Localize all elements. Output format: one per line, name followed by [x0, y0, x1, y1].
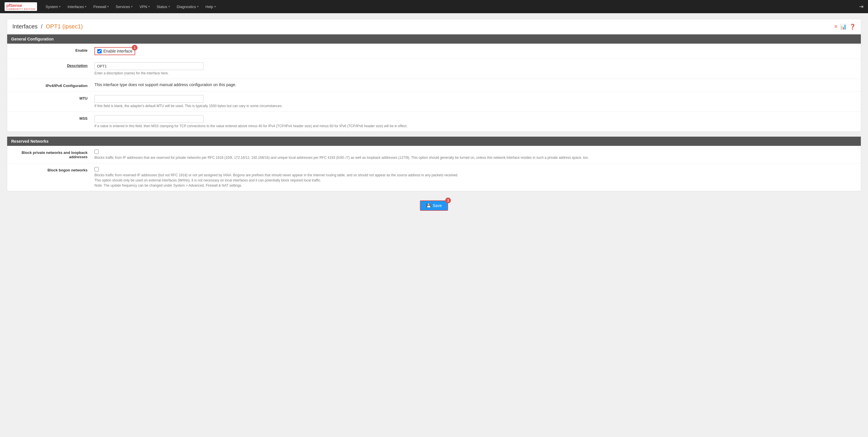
ipv4-label: IPv4/IPv6 Configuration	[7, 83, 93, 88]
general-config-body: Enable Enable interface 1 Description En…	[7, 44, 861, 131]
nav-vpn[interactable]: VPN ▾	[136, 0, 153, 13]
save-badge: 2	[445, 197, 451, 203]
ipv4-value: This interface type does not support man…	[94, 83, 236, 87]
mss-label: MSS	[7, 115, 93, 121]
general-config-card: General Configuration Enable Enable inte…	[7, 34, 861, 132]
nav-system[interactable]: System ▾	[43, 0, 63, 13]
page-title: Interfaces / OPT1 (ipsec1)	[12, 23, 83, 30]
firewall-arrow: ▾	[107, 5, 109, 8]
logout-icon[interactable]: ⇥	[859, 3, 863, 10]
nav-help[interactable]: Help ▾	[203, 0, 219, 13]
nav-diagnostics[interactable]: Diagnostics ▾	[174, 0, 202, 13]
block-private-content: Blocks traffic from IP addresses that ar…	[93, 149, 861, 160]
description-label: Description	[7, 62, 93, 68]
nav-interfaces[interactable]: Interfaces ▾	[65, 0, 89, 13]
block-bogon-hint3: Note: The update frequency can be change…	[94, 184, 855, 187]
block-bogon-hint1: Blocks traffic from reserved IP addresse…	[94, 173, 855, 177]
reserved-networks-body: Block private networks and loopback addr…	[7, 146, 861, 191]
block-bogon-label: Block bogon networks	[7, 167, 93, 172]
mtu-hint: If this field is blank, the adapter's de…	[94, 104, 855, 108]
navbar-right: ⇥	[859, 3, 863, 10]
save-btn-wrapper: 💾 Save 2	[420, 200, 448, 211]
enable-interface-wrapper: Enable interface 1	[94, 47, 135, 55]
reserved-networks-card: Reserved Networks Block private networks…	[7, 136, 861, 191]
page-wrapper: Interfaces / OPT1 (ipsec1) ≡ 📊 ❓ General…	[0, 13, 868, 221]
vpn-arrow: ▾	[148, 5, 150, 8]
brand-box: pfSense COMMUNITY EDITION	[5, 2, 37, 11]
mtu-input[interactable]	[94, 95, 204, 103]
block-private-row: Block private networks and loopback addr…	[7, 146, 861, 163]
chart-icon[interactable]: 📊	[840, 24, 846, 30]
nav-status[interactable]: Status ▾	[154, 0, 173, 13]
block-bogon-row: Block bogon networks Blocks traffic from…	[7, 163, 861, 191]
block-bogon-content: Blocks traffic from reserved IP addresse…	[93, 167, 861, 187]
enable-interface-label: Enable interface	[103, 49, 132, 54]
diagnostics-arrow: ▾	[197, 5, 198, 8]
navbar: pfSense COMMUNITY EDITION System ▾ Inter…	[0, 0, 868, 13]
help-circle-icon[interactable]: ❓	[849, 24, 856, 30]
mtu-label: MTU	[7, 95, 93, 100]
help-arrow: ▾	[214, 5, 216, 8]
enable-content: Enable interface 1	[93, 47, 861, 55]
mtu-row: MTU If this field is blank, the adapter'…	[7, 92, 861, 112]
block-private-hint: Blocks traffic from IP addresses that ar…	[94, 156, 855, 160]
mtu-content: If this field is blank, the adapter's de…	[93, 95, 861, 108]
ipv4-row: IPv4/IPv6 Configuration This interface t…	[7, 79, 861, 92]
general-config-header: General Configuration	[7, 34, 861, 44]
mss-content: If a value is entered in this field, the…	[93, 115, 861, 128]
block-bogon-hint2: This option should only be used on exter…	[94, 178, 855, 182]
mss-hint: If a value is entered in this field, the…	[94, 124, 855, 128]
block-private-label: Block private networks and loopback addr…	[7, 149, 93, 159]
filter-icon[interactable]: ≡	[834, 24, 837, 30]
description-input[interactable]	[94, 62, 204, 70]
header-icons: ≡ 📊 ❓	[834, 24, 856, 30]
nav-services[interactable]: Services ▾	[113, 0, 135, 13]
page-header: Interfaces / OPT1 (ipsec1) ≡ 📊 ❓	[7, 19, 861, 34]
mss-input[interactable]	[94, 115, 204, 123]
block-bogon-checkbox[interactable]	[94, 167, 99, 171]
nav-firewall[interactable]: Firewall ▾	[90, 0, 112, 13]
enable-row: Enable Enable interface 1	[7, 44, 861, 59]
breadcrumb-sep: /	[41, 23, 42, 30]
enable-interface-checkbox[interactable]	[97, 49, 102, 54]
brand-sub: COMMUNITY EDITION	[6, 8, 35, 10]
services-arrow: ▾	[131, 5, 133, 8]
ipv4-content: This interface type does not support man…	[93, 83, 861, 87]
interfaces-arrow: ▾	[85, 5, 86, 8]
breadcrumb-current: OPT1 (ipsec1)	[46, 23, 83, 30]
system-arrow: ▾	[59, 5, 61, 8]
save-label: Save	[433, 203, 442, 208]
brand-logo: pfSense COMMUNITY EDITION	[5, 2, 37, 11]
description-row: Description Enter a description (name) f…	[7, 59, 861, 79]
description-hint: Enter a description (name) for the inter…	[94, 71, 855, 75]
reserved-networks-header: Reserved Networks	[7, 137, 861, 146]
block-private-checkbox-row	[94, 149, 855, 154]
block-private-checkbox[interactable]	[94, 150, 99, 154]
description-content: Enter a description (name) for the inter…	[93, 62, 861, 75]
brand-pf: pfSense	[6, 3, 22, 8]
block-bogon-checkbox-row	[94, 167, 855, 171]
enable-badge: 1	[132, 45, 137, 51]
enable-label: Enable	[7, 47, 93, 53]
status-arrow: ▾	[168, 5, 170, 8]
form-actions: 💾 Save 2	[7, 196, 861, 215]
save-button[interactable]: 💾 Save	[420, 200, 448, 211]
save-icon: 💾	[426, 203, 431, 208]
breadcrumb-interfaces: Interfaces	[12, 23, 38, 30]
mss-row: MSS If a value is entered in this field,…	[7, 112, 861, 131]
